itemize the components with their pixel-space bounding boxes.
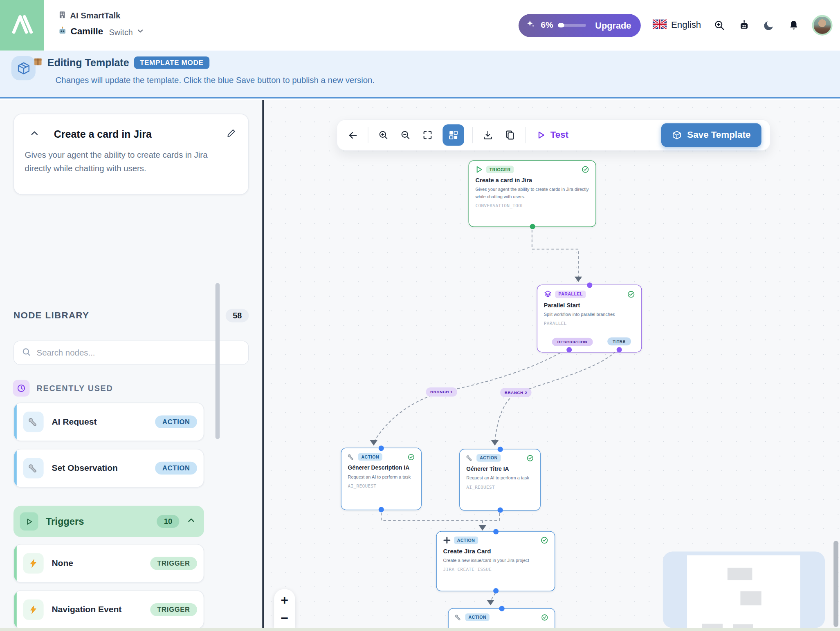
search-input[interactable]: [37, 348, 241, 358]
recently-used-heading: RECENTLY USED: [37, 384, 113, 393]
collapse-chevron-up-icon[interactable]: [30, 129, 39, 139]
play-icon: [476, 166, 483, 173]
node-library-heading: NODE LIBRARY: [13, 310, 89, 321]
library-item-none[interactable]: None TRIGGER: [13, 544, 204, 583]
check-circle-icon: [527, 454, 534, 461]
node-library-count: 58: [226, 309, 249, 322]
flow-node-generer-description[interactable]: ACTION Génerer Description IA Request an…: [341, 448, 422, 510]
flow-node-trigger[interactable]: TRIGGER Create a card in Jira Gives your…: [469, 160, 596, 227]
flow-node-generer-titre[interactable]: ACTION Génerer Titre IA Request an AI to…: [459, 449, 541, 510]
chevron-down-icon[interactable]: [137, 27, 144, 37]
user-avatar[interactable]: [812, 15, 833, 36]
grid-layout-button[interactable]: [442, 124, 464, 146]
test-button[interactable]: Test: [534, 130, 572, 140]
node-code: AI_REQUEST: [466, 484, 534, 490]
uk-flag-icon: [653, 19, 667, 31]
node-description: Gives your agent the ability to create c…: [476, 186, 589, 200]
top-header: AI SmartTalk Camille Switch 6% Upg: [0, 0, 840, 51]
lightning-icon: [23, 600, 44, 620]
output-handle-titre[interactable]: [617, 347, 622, 352]
output-handle-description[interactable]: [566, 347, 572, 352]
node-description: Create a new issue/card in your Jira pro…: [443, 557, 548, 564]
download-icon[interactable]: [481, 128, 495, 142]
triggers-label: Triggers: [46, 516, 84, 527]
input-handle[interactable]: [497, 447, 503, 452]
save-template-button[interactable]: Save Template: [661, 123, 761, 147]
output-pill-description[interactable]: DESCRIPTION: [552, 338, 593, 346]
usage-progress-bar: [558, 24, 586, 27]
minimap-node: [740, 591, 761, 605]
node-type-badge: PARALLEL: [555, 290, 586, 298]
library-item-navigation-event[interactable]: Navigation Event TRIGGER: [13, 590, 204, 629]
output-pill-titre[interactable]: TITRE: [607, 338, 631, 346]
node-code: JIRA_CREATE_ISSUE: [443, 566, 548, 572]
wrench-icon: [23, 458, 44, 478]
node-title: Create a card in Jira: [476, 177, 589, 183]
input-handle[interactable]: [587, 282, 592, 288]
flow-node-parallel-start[interactable]: PARALLEL Parallel Start Split workflow i…: [537, 285, 642, 353]
output-handle[interactable]: [530, 224, 535, 229]
sidebar-scrollbar[interactable]: [216, 283, 220, 439]
header-actions: 6% Upgrade English: [519, 0, 832, 51]
trigger-badge: TRIGGER: [150, 603, 197, 616]
flow-node-partial[interactable]: ACTION: [448, 608, 555, 628]
building-icon: [58, 11, 66, 21]
notifications-bell-icon[interactable]: [787, 19, 800, 32]
brand-logo-area[interactable]: [0, 0, 44, 51]
node-description: Request an AI to perform a task: [466, 474, 534, 481]
input-handle[interactable]: [499, 606, 504, 611]
input-handle[interactable]: [493, 529, 498, 534]
node-type-badge: ACTION: [476, 454, 501, 461]
flow-canvas[interactable]: Test Save Template TRIGGER Create a card…: [264, 100, 840, 628]
input-handle[interactable]: [379, 445, 384, 451]
tool-title: Create a card in Jira: [54, 128, 152, 140]
back-arrow-icon[interactable]: [346, 128, 359, 142]
node-type-badge: ACTION: [358, 453, 382, 461]
zoom-out-icon[interactable]: [398, 128, 412, 142]
node-code: CONVERSATION_TOOL: [476, 203, 589, 208]
output-handle[interactable]: [497, 508, 503, 513]
upgrade-label: Upgrade: [595, 20, 631, 30]
check-circle-icon: [408, 453, 415, 460]
zoom-out-button[interactable]: −: [281, 608, 288, 626]
banner-message: Changes will update the template. Click …: [56, 75, 375, 85]
node-type-badge: TRIGGER: [486, 166, 514, 173]
flow-node-create-jira-card[interactable]: ACTION Create Jira Card Create a new iss…: [436, 531, 555, 591]
cube-icon: [672, 130, 682, 140]
page-scrollbar[interactable]: [833, 541, 838, 627]
agent-switch-button[interactable]: Switch: [109, 27, 133, 36]
zoom-in-icon[interactable]: [376, 128, 390, 142]
edit-pencil-icon[interactable]: [226, 128, 236, 140]
copy-icon[interactable]: [503, 128, 517, 142]
main-area: Create a card in Jira Gives your agent t…: [0, 100, 840, 628]
robot-icon: [58, 27, 67, 37]
app-root: AI SmartTalk Camille Switch 6% Upg: [0, 0, 840, 631]
output-handle[interactable]: [493, 588, 498, 593]
check-circle-icon: [582, 166, 589, 173]
check-circle-icon: [627, 290, 635, 298]
triggers-group-header[interactable]: Triggers 10: [13, 506, 204, 537]
assistant-bot-icon[interactable]: [738, 19, 751, 32]
library-item-set-observation[interactable]: Set Observation ACTION: [13, 449, 204, 488]
upgrade-button[interactable]: 6% Upgrade: [519, 14, 641, 37]
wrench-icon: [466, 454, 473, 461]
zoom-in-button[interactable]: +: [281, 589, 288, 608]
plus-icon: [443, 537, 451, 544]
sparkles-icon: [526, 19, 536, 31]
minimap[interactable]: [663, 552, 825, 628]
library-item-ai-request[interactable]: AI Request ACTION: [13, 403, 204, 441]
branch-label-1: BRANCH 1: [426, 387, 457, 396]
zoom-search-icon[interactable]: [713, 19, 726, 32]
fit-view-icon[interactable]: [420, 128, 434, 142]
layers-icon: [544, 290, 552, 298]
node-code: AI_REQUEST: [348, 483, 415, 488]
minimap-node: [702, 624, 723, 628]
dark-mode-moon-icon[interactable]: [762, 19, 775, 32]
tool-description: Gives your agent the ability to create c…: [14, 141, 248, 175]
output-handle[interactable]: [379, 507, 384, 512]
node-library-sidebar: Create a card in Jira Gives your agent t…: [0, 100, 264, 628]
language-selector[interactable]: English: [653, 19, 701, 31]
node-title: Create Jira Card: [443, 548, 548, 554]
canvas-zoom-controls: + −: [274, 589, 295, 628]
test-label: Test: [550, 130, 568, 140]
